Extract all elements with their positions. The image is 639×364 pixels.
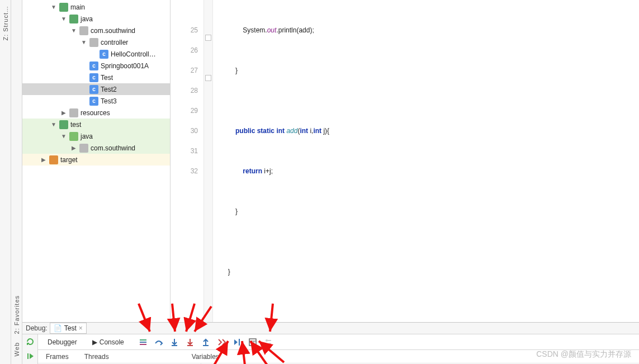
folder-icon [59, 3, 68, 12]
tree-test[interactable]: Test [22, 72, 170, 83]
svg-rect-22 [249, 339, 256, 346]
svg-point-29 [269, 343, 271, 345]
tree-springboot[interactable]: Springboot001A [22, 60, 170, 72]
debug-tabs-row: Debugger ▶Console [38, 334, 639, 350]
tree-resources[interactable]: resources [22, 107, 170, 119]
package-icon [89, 38, 98, 47]
tree-target[interactable]: target [22, 154, 170, 166]
show-execution-point-button[interactable] [137, 336, 149, 348]
variables-tab[interactable]: Variables [184, 353, 227, 361]
line-gutter: 2526272829303132 [171, 0, 204, 322]
tree-java-test[interactable]: java [22, 130, 170, 142]
tree-java[interactable]: java [22, 13, 170, 25]
rerun-button[interactable] [25, 337, 35, 347]
tree-pkg-test[interactable]: com.southwind [22, 142, 170, 154]
watermark: CSDN @颜值与实力并存源 [536, 349, 631, 360]
svg-rect-0 [27, 353, 29, 359]
folder-icon [59, 120, 68, 129]
run-config-icon: 📄 [54, 324, 62, 332]
class-icon [89, 97, 98, 106]
project-tree[interactable]: main java com.southwind controller Hello… [22, 0, 171, 322]
console-icon: ▶ [91, 338, 100, 347]
package-icon [79, 26, 88, 35]
fold-marker-icon[interactable] [205, 35, 211, 41]
step-toolbar [137, 336, 274, 348]
resume-button[interactable] [25, 351, 35, 361]
class-icon [89, 85, 98, 94]
folder-icon [69, 15, 78, 23]
tree-test-folder[interactable]: test [22, 119, 170, 130]
favorites-tab-label: 2: Favorites [13, 293, 20, 336]
debug-header: Debug: 📄 Test × [22, 323, 639, 334]
class-icon [89, 73, 98, 82]
folder-icon [69, 108, 78, 117]
tree-pkg[interactable]: com.southwind [22, 25, 170, 36]
step-into-button[interactable] [168, 336, 181, 348]
tree-test3[interactable]: Test3 [22, 95, 170, 107]
trace-button[interactable] [262, 336, 274, 348]
class-icon [100, 50, 108, 59]
folder-icon [49, 155, 58, 164]
structure-tab-label: Z: Struct… [2, 3, 9, 43]
fold-gutter[interactable] [204, 0, 213, 322]
web-tab-label: Web [13, 340, 20, 358]
folder-icon [69, 132, 78, 141]
threads-tab[interactable]: Threads [77, 353, 117, 361]
tree-hello[interactable]: HelloControll… [22, 48, 170, 60]
code-area[interactable]: System.out.println(add); } public static… [213, 0, 639, 322]
force-step-into-button[interactable] [184, 336, 196, 348]
step-out-button[interactable] [200, 336, 212, 348]
tree-test2[interactable]: Test2 [22, 83, 170, 95]
debug-config-tab[interactable]: 📄 Test × [50, 323, 87, 334]
drop-frame-button[interactable] [215, 336, 228, 348]
console-tab[interactable]: ▶Console [84, 335, 130, 349]
left-toolbar-structure[interactable]: Z: Struct… [0, 0, 11, 364]
run-to-cursor-button[interactable] [231, 336, 243, 348]
tree-main[interactable]: main [22, 1, 170, 13]
package-icon [79, 144, 88, 153]
fold-marker-icon[interactable] [205, 75, 211, 81]
debugger-tab[interactable]: Debugger [41, 335, 83, 349]
code-editor[interactable]: 2526272829303132 System.out.println(add)… [171, 0, 639, 322]
class-icon [89, 62, 98, 70]
left-toolbar-fav[interactable]: 2: Favorites Web [11, 0, 22, 364]
debug-side-toolbar [22, 334, 38, 364]
frames-tab[interactable]: Frames [38, 353, 77, 361]
close-icon[interactable]: × [79, 324, 83, 332]
step-over-button[interactable] [153, 336, 165, 348]
debug-title: Debug: [26, 324, 48, 332]
svg-point-28 [266, 339, 268, 342]
evaluate-expression-button[interactable] [247, 336, 259, 348]
tree-controller[interactable]: controller [22, 36, 170, 48]
